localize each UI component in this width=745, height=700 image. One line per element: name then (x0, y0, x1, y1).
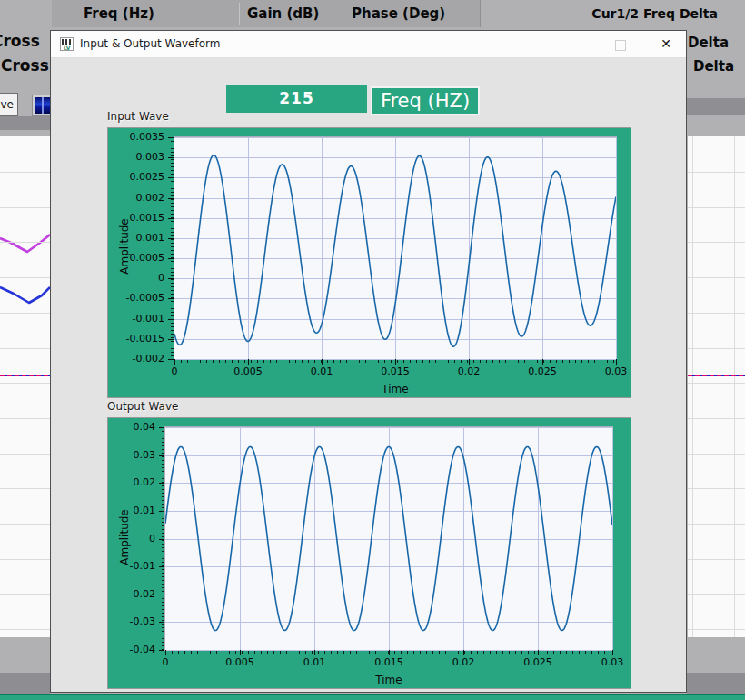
y-tick-label: -0.01 (108, 560, 155, 572)
bg-gridline (0, 594, 50, 595)
output-waveform-trace (165, 446, 612, 630)
y-major-tick (159, 650, 164, 651)
bg-gridline (688, 348, 745, 349)
close-button[interactable]: ✕ (646, 31, 686, 57)
bg-right-plot-fragment (688, 136, 745, 637)
y-minor-ticks (162, 427, 164, 650)
bg-cur-freq-delta-label: Cur1/2 Freq Delta (591, 6, 718, 21)
y-tick-label: 0.0025 (108, 171, 164, 183)
bg-gridline (0, 207, 50, 208)
bg-header-gain: Gain (dB) (247, 5, 319, 22)
y-tick-label: -0.0005 (108, 292, 164, 304)
bg-gridline (688, 629, 745, 630)
bottom-teal-bar (0, 694, 745, 700)
bg-gridline (688, 172, 745, 173)
bg-gridline (734, 136, 735, 637)
bg-gridline (0, 383, 50, 384)
bg-delta-label-1: Delta (688, 35, 729, 51)
y-tick-label: -0.02 (108, 588, 155, 600)
bg-partial-button[interactable]: ve (0, 93, 18, 116)
x-minor-ticks (174, 360, 616, 363)
input-waveform-trace (174, 155, 616, 347)
header-separator (239, 3, 240, 25)
bg-gridline (688, 242, 745, 243)
y-tick-label: -0.0015 (108, 333, 164, 345)
bg-gridline (688, 313, 745, 314)
bg-gridline (0, 172, 50, 173)
x-tick-label: 0 (172, 365, 178, 377)
y-tick-label: -0.001 (108, 313, 164, 325)
bg-gray-band (0, 673, 50, 694)
x-tick-label: 0.015 (374, 656, 403, 668)
output-wave-chart[interactable]: 0.040.030.020.010-0.01-0.02-0.03-0.0400.… (107, 417, 631, 689)
x-minor-ticks (165, 651, 612, 654)
y-tick-label: 0.01 (108, 505, 155, 516)
y-tick-label: 0.0015 (108, 212, 164, 224)
maximize-icon (615, 40, 626, 51)
labview-icon-text: LV (61, 45, 73, 51)
input-wave-title: Input Wave (107, 110, 169, 123)
bg-gridline (688, 559, 745, 560)
bg-gridline (688, 418, 745, 419)
x-tick-label: 0.015 (381, 365, 410, 377)
x-tick-label: 0.025 (528, 365, 557, 377)
bg-cursor-dashed-line (0, 375, 50, 376)
y-tick-label: -0.002 (108, 353, 164, 365)
x-tick-label: 0.01 (303, 656, 326, 668)
output-wave-title: Output Wave (107, 400, 178, 413)
y-tick-label: -0.04 (108, 644, 155, 655)
y-tick-label: 0.002 (108, 192, 164, 204)
input-plot-area[interactable] (174, 136, 617, 360)
window-title: Input & Output Waveform (80, 37, 220, 50)
bg-table-header: Freq (Hz) Gain (dB) Phase (Deg) (52, 0, 481, 27)
bg-gray-band (687, 98, 745, 115)
output-plot-area[interactable] (164, 426, 613, 651)
bg-gridline (692, 136, 693, 637)
input-wave-chart[interactable]: 0.00350.0030.00250.0020.00150.0010.00050… (107, 127, 631, 398)
labview-icon: LV (60, 37, 74, 51)
header-separator (343, 3, 343, 25)
input-x-axis-label: Time (382, 383, 408, 395)
y-tick-label: 0 (108, 533, 155, 545)
bg-gridline (688, 383, 745, 384)
y-tick-label: 0 (108, 272, 164, 284)
bg-gridline (0, 242, 50, 243)
bg-gridline (0, 277, 50, 278)
bg-gridline (688, 454, 745, 455)
bg-header-phase: Phase (Deg) (352, 5, 445, 22)
y-tick-label: 0.001 (108, 232, 164, 244)
x-tick-label: 0.01 (311, 365, 333, 377)
bg-gridline (688, 207, 745, 208)
y-tick-label: 0.003 (108, 151, 164, 163)
blue-slider-fill (35, 97, 51, 114)
bg-gridline (0, 524, 50, 525)
bg-gray-band (0, 116, 50, 130)
window-titlebar[interactable]: LV Input & Output Waveform — ✕ (51, 31, 686, 58)
x-tick-label: 0.005 (233, 365, 263, 377)
freq-unit-label: Freq (HZ) (371, 86, 480, 115)
freq-value-indicator[interactable]: 215 (226, 85, 367, 113)
x-tick-label: 0.03 (605, 365, 628, 377)
y-tick-label: 0.0035 (108, 131, 164, 143)
x-major-tick (612, 650, 613, 655)
bg-gridline (0, 559, 50, 560)
minimize-button[interactable]: — (561, 31, 601, 57)
bg-gridline (688, 277, 745, 278)
y-major-tick (168, 359, 174, 360)
maximize-button[interactable] (601, 31, 641, 57)
x-tick-label: 0.02 (458, 365, 481, 377)
bg-gridline (0, 629, 50, 630)
y-tick-label: -0.03 (108, 615, 155, 627)
bg-cross-label-1: Cross (0, 32, 40, 50)
output-x-axis-label: Time (375, 674, 402, 686)
bg-gridline (688, 524, 745, 525)
waveform-window: LV Input & Output Waveform — ✕ 215 Freq … (50, 30, 687, 693)
bg-gridline (0, 418, 50, 419)
input-y-axis-label: Amplitude (118, 183, 131, 310)
x-tick-label: 0.02 (452, 656, 475, 668)
y-minor-ticks (171, 137, 174, 359)
bg-cross-label-2: Cross (1, 56, 49, 75)
bg-gridline (0, 313, 50, 314)
bg-header-freq: Freq (Hz) (84, 5, 154, 22)
bg-gridline (688, 488, 745, 489)
